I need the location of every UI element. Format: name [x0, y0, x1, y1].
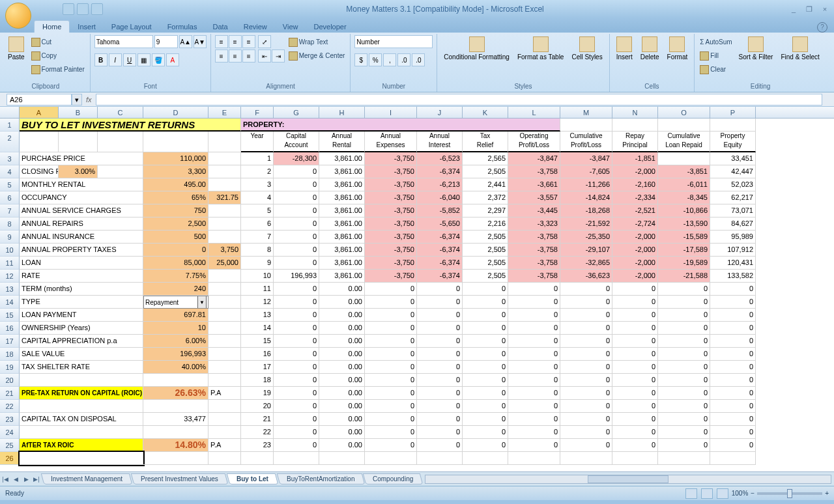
row-header[interactable]: 11 [0, 257, 20, 270]
cell[interactable]: 0 [365, 361, 417, 374]
cell[interactable]: -3,758 [508, 165, 560, 178]
cell[interactable]: -6,011 [658, 178, 710, 191]
wrap-text-button[interactable]: Wrap Text [287, 35, 347, 49]
cell[interactable]: 0 [365, 309, 417, 322]
restore-button[interactable]: ❐ [803, 4, 816, 14]
cell[interactable]: 0 [560, 322, 612, 335]
cell[interactable]: -10,866 [658, 204, 710, 217]
cell[interactable]: 0 [508, 283, 560, 296]
cell[interactable]: 0.00 [319, 361, 365, 374]
cell[interactable]: -25,350 [560, 231, 612, 244]
cell[interactable]: BUY TO LET INVESTMENT RETURNS [20, 119, 241, 132]
cell[interactable] [208, 165, 241, 178]
cell[interactable]: 321.75 [208, 191, 241, 204]
cell[interactable]: 2,565 [463, 152, 508, 165]
align-right[interactable]: ≡ [242, 49, 255, 63]
cell[interactable]: 0 [463, 361, 508, 374]
cell[interactable] [710, 452, 756, 465]
cell[interactable]: 0 [463, 400, 508, 413]
cell[interactable]: 0 [560, 283, 612, 296]
cell[interactable] [208, 204, 241, 217]
cell[interactable]: 0 [612, 348, 658, 361]
cell[interactable]: 0 [274, 322, 319, 335]
cell[interactable] [463, 452, 508, 465]
cell[interactable]: 7.75% [143, 270, 208, 283]
name-box-dropdown[interactable]: ▾ [72, 94, 82, 105]
cell[interactable]: 15 [241, 335, 274, 348]
cell[interactable]: 12 [241, 296, 274, 309]
cell[interactable]: -3,750 [365, 270, 417, 283]
cell[interactable]: 0 [274, 244, 319, 257]
sheet-tab[interactable]: Present Investment Values [131, 473, 228, 484]
cell[interactable]: -28,300 [274, 152, 319, 165]
cell[interactable]: -3,750 [365, 217, 417, 231]
number-format-select[interactable] [354, 35, 433, 48]
cell[interactable]: Annual Rental [319, 132, 365, 152]
row-header[interactable]: 15 [0, 309, 20, 322]
cell[interactable]: 0 [463, 413, 508, 426]
cell[interactable]: 3.00% [59, 165, 98, 178]
cell[interactable]: 0 [710, 426, 756, 439]
cell[interactable] [208, 296, 241, 309]
sheet-tab[interactable]: Investment Management [41, 473, 133, 484]
cell[interactable] [612, 452, 658, 465]
cell[interactable]: 0 [710, 322, 756, 335]
column-header[interactable]: L [508, 107, 560, 118]
cell[interactable]: 0 [274, 335, 319, 348]
cell[interactable]: PURCHASE PRICE [20, 152, 143, 165]
autosum-button[interactable]: ΣAutoSum [698, 35, 733, 49]
row-header[interactable]: 2 [0, 132, 20, 152]
cell[interactable]: Capital Account [274, 132, 319, 152]
cell[interactable]: 0 [274, 309, 319, 322]
cell[interactable]: -6,374 [417, 244, 463, 257]
sheet-nav-prev[interactable]: ◀ [10, 476, 21, 483]
cell[interactable]: 0 [710, 335, 756, 348]
cell[interactable]: 0 [274, 178, 319, 191]
cell[interactable]: 62,217 [710, 191, 756, 204]
cell[interactable]: 0.00 [319, 322, 365, 335]
paste-button[interactable]: Paste [5, 35, 27, 62]
cell[interactable]: 2,372 [463, 191, 508, 204]
cell[interactable]: 2,505 [463, 244, 508, 257]
cell[interactable]: 0 [710, 387, 756, 400]
cell[interactable] [98, 132, 143, 152]
cell[interactable]: -19,589 [658, 257, 710, 270]
column-header[interactable]: J [417, 107, 463, 118]
cell[interactable]: 0 [710, 400, 756, 413]
cell[interactable]: 0 [560, 361, 612, 374]
cell[interactable]: 2,500 [143, 217, 208, 231]
format-as-table-button[interactable]: Format as Table [515, 35, 567, 62]
cell[interactable]: P.A [208, 439, 241, 452]
cell[interactable]: 0 [612, 426, 658, 439]
cell[interactable]: 0.00 [319, 296, 365, 309]
cell[interactable]: 3,861.00 [319, 231, 365, 244]
cell[interactable] [208, 426, 241, 439]
cell[interactable]: 0 [658, 400, 710, 413]
cell[interactable]: 5 [241, 204, 274, 217]
cut-button[interactable]: Cut [30, 35, 86, 49]
cell[interactable]: 0 [612, 413, 658, 426]
cell[interactable] [208, 178, 241, 191]
row-header[interactable]: 1 [0, 119, 20, 132]
cell[interactable]: 3,861.00 [319, 244, 365, 257]
cell[interactable]: -3,750 [365, 191, 417, 204]
cell[interactable]: -3,758 [508, 270, 560, 283]
cell[interactable]: ANNUAL SERVICE CHARGES [20, 204, 143, 217]
cell[interactable]: -3,758 [508, 257, 560, 270]
cell[interactable] [59, 132, 98, 152]
cell[interactable]: -32,865 [560, 257, 612, 270]
cell[interactable]: -5,852 [417, 204, 463, 217]
cell[interactable]: 0 [658, 361, 710, 374]
cell[interactable]: -21,592 [560, 217, 612, 231]
cell[interactable]: 0 [658, 374, 710, 387]
cell[interactable]: 0 [365, 374, 417, 387]
cell[interactable] [208, 132, 241, 152]
cell[interactable]: OWNERSHIP (Years) [20, 322, 143, 335]
cell[interactable]: 0 [658, 296, 710, 309]
cell[interactable]: 0 [417, 413, 463, 426]
cell[interactable] [560, 119, 612, 132]
cell[interactable]: 0 [274, 439, 319, 452]
cell[interactable]: 0 [508, 322, 560, 335]
cell[interactable]: 0 [274, 257, 319, 270]
sheet-tab[interactable]: BuyToRentAmortization [276, 473, 364, 484]
